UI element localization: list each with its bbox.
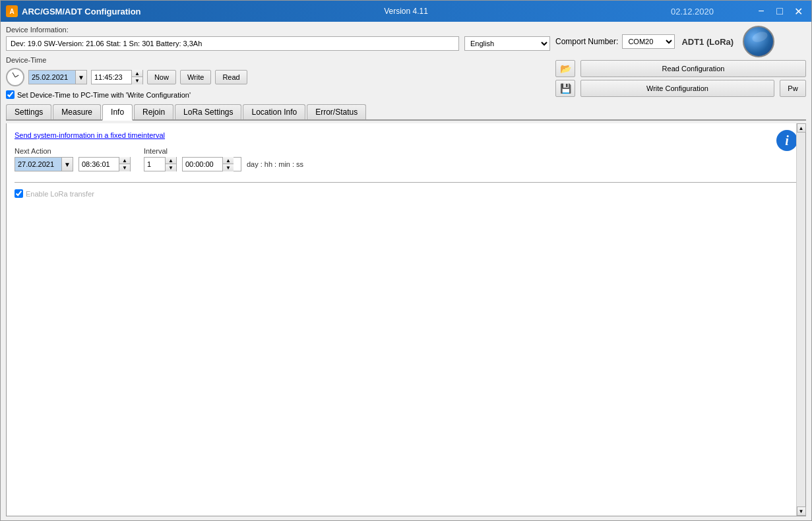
main-window: A ARC/GSM/ADT Configuration Version 4.11… [0, 0, 812, 521]
separator [15, 182, 797, 183]
interval-section: Interval 1 ▲ ▼ 00:00:00 [144, 147, 303, 171]
time-value[interactable]: 11:45:23 [92, 73, 131, 81]
tab-error-status[interactable]: Error/Status [307, 104, 366, 119]
info-icon: i [776, 130, 797, 151]
left-panel: Device Information: Dev: 19.0 SW-Version… [6, 26, 550, 99]
device-time-label: Device-Time [6, 56, 550, 64]
lora-checkbox[interactable] [15, 189, 23, 198]
interval-days[interactable]: 1 [144, 160, 165, 168]
comport-row: Comport Number: COM20 COM1 COM2 COM10 AD… [555, 26, 806, 57]
comport-label: Comport Number: [555, 37, 618, 46]
interval-time-down[interactable]: ▼ [223, 164, 234, 171]
tab-settings[interactable]: Settings [6, 104, 51, 119]
action-interval-row: Next Action 27.02.2021 ▼ 08:36:01 ▲ [15, 147, 797, 171]
device-name: ADT1 (LoRa) [681, 37, 734, 47]
scroll-down-arrow[interactable]: ▼ [797, 506, 806, 516]
minimize-button[interactable]: − [753, 3, 769, 19]
interval-fields: 1 ▲ ▼ 00:00:00 ▲ ▼ [144, 157, 303, 171]
device-time-row: 25.02.2021 ▼ 11:45:23 ▲ ▼ Now Write Read [6, 68, 550, 86]
save-icon: 💾 [560, 83, 571, 94]
scroll-up-arrow[interactable]: ▲ [797, 123, 806, 133]
read-config-button[interactable]: Read Configuration [580, 60, 806, 77]
date-picker-button[interactable]: ▼ [75, 71, 86, 84]
interval-time-up[interactable]: ▲ [223, 157, 234, 164]
tab-measure[interactable]: Measure [53, 104, 101, 119]
interval-days-spinners: ▲ ▼ [165, 157, 176, 171]
time-up-button[interactable]: ▲ [132, 70, 142, 77]
right-panel: Comport Number: COM20 COM1 COM2 COM10 AD… [555, 26, 806, 99]
tabs-container: Settings Measure Info Rejoin LoRa Settin… [6, 104, 806, 121]
tab-lora-settings[interactable]: LoRa Settings [175, 104, 241, 119]
interval-time-spinners: ▲ ▼ [222, 157, 234, 171]
next-action-time-spinners: ▲ ▼ [119, 157, 130, 171]
title-version: Version 4.11 [384, 7, 428, 16]
device-info-row: Dev: 19.0 SW-Version: 21.06 Stat: 1 Sn: … [6, 36, 550, 51]
title-bar-left: A ARC/GSM/ADT Configuration [6, 5, 141, 17]
folder-open-icon: 📂 [560, 63, 571, 74]
lora-checkbox-row: Enable LoRa transfer [15, 189, 797, 198]
pw-button[interactable]: Pw [780, 80, 806, 97]
time-field[interactable]: 11:45:23 ▲ ▼ [91, 70, 143, 84]
title-bar: A ARC/GSM/ADT Configuration Version 4.11… [1, 1, 811, 22]
date-value[interactable]: 25.02.2021 [29, 71, 75, 84]
scroll-track[interactable] [797, 133, 805, 506]
next-action-section: Next Action 27.02.2021 ▼ 08:36:01 ▲ [15, 147, 131, 171]
set-time-label: Set Device-Time to PC-Time with 'Write C… [17, 91, 191, 99]
read-config-row: 📂 Read Configuration [555, 60, 806, 77]
next-action-time-up[interactable]: ▲ [119, 157, 130, 164]
day-format-label: day : hh : min : ss [247, 160, 303, 168]
info-description[interactable]: Send system-information in a fixed timei… [15, 131, 797, 139]
globe-icon [743, 26, 774, 57]
now-button[interactable]: Now [147, 70, 176, 84]
lora-label: Enable LoRa transfer [26, 190, 94, 198]
next-action-label: Next Action [15, 147, 131, 155]
language-select[interactable]: English [464, 36, 550, 51]
app-icon: A [6, 5, 18, 17]
interval-days-down[interactable]: ▼ [166, 164, 176, 171]
next-action-date-field[interactable]: 27.02.2021 ▼ [15, 157, 73, 171]
close-button[interactable]: ✕ [790, 3, 806, 19]
interval-days-up[interactable]: ▲ [166, 157, 176, 164]
next-action-time-field[interactable]: 08:36:01 ▲ ▼ [78, 157, 131, 171]
device-info-label: Device Information: [6, 26, 550, 34]
date-field[interactable]: 25.02.2021 ▼ [28, 70, 87, 84]
clock-icon [6, 68, 24, 86]
set-time-checkbox[interactable] [6, 90, 15, 99]
interval-label: Interval [144, 147, 303, 155]
set-time-checkbox-row: Set Device-Time to PC-Time with 'Write C… [6, 90, 550, 99]
tab-content-info: i Send system-information in a fixed tim… [6, 123, 806, 516]
write-config-button[interactable]: Write Configuration [580, 80, 774, 97]
write-button[interactable]: Write [180, 70, 211, 84]
next-action-time[interactable]: 08:36:01 [79, 160, 119, 168]
window-title: ARC/GSM/ADT Configuration [22, 7, 141, 16]
next-action-date-picker[interactable]: ▼ [61, 158, 73, 171]
interval-days-field[interactable]: 1 ▲ ▼ [144, 157, 177, 171]
read-button[interactable]: Read [215, 70, 247, 84]
title-date: 02.12.2020 [671, 7, 714, 16]
next-action-time-down[interactable]: ▼ [119, 164, 130, 171]
window-controls: − □ ✕ [753, 3, 806, 19]
next-action-date[interactable]: 27.02.2021 [15, 158, 61, 171]
tab-location-info[interactable]: Location Info [243, 104, 305, 119]
tab-info[interactable]: Info [102, 104, 133, 121]
write-config-icon-button[interactable]: 💾 [555, 80, 575, 97]
maximize-button[interactable]: □ [772, 3, 788, 19]
scrollbar[interactable]: ▲ ▼ [796, 123, 805, 516]
comport-select[interactable]: COM20 COM1 COM2 COM10 [622, 34, 675, 49]
content-area: Device Information: Dev: 19.0 SW-Version… [1, 22, 811, 520]
tab-rejoin[interactable]: Rejoin [134, 104, 173, 119]
interval-time[interactable]: 00:00:00 [183, 160, 222, 168]
device-info-value: Dev: 19.0 SW-Version: 21.06 Stat: 1 Sn: … [6, 36, 459, 51]
read-config-icon-button[interactable]: 📂 [555, 60, 575, 77]
top-section: Device Information: Dev: 19.0 SW-Version… [6, 26, 806, 99]
time-down-button[interactable]: ▼ [132, 77, 142, 84]
next-action-fields: 27.02.2021 ▼ 08:36:01 ▲ ▼ [15, 157, 131, 171]
write-config-row: 💾 Write Configuration Pw [555, 80, 806, 97]
interval-time-field[interactable]: 00:00:00 ▲ ▼ [182, 157, 241, 171]
time-spinner-buttons: ▲ ▼ [131, 70, 142, 84]
